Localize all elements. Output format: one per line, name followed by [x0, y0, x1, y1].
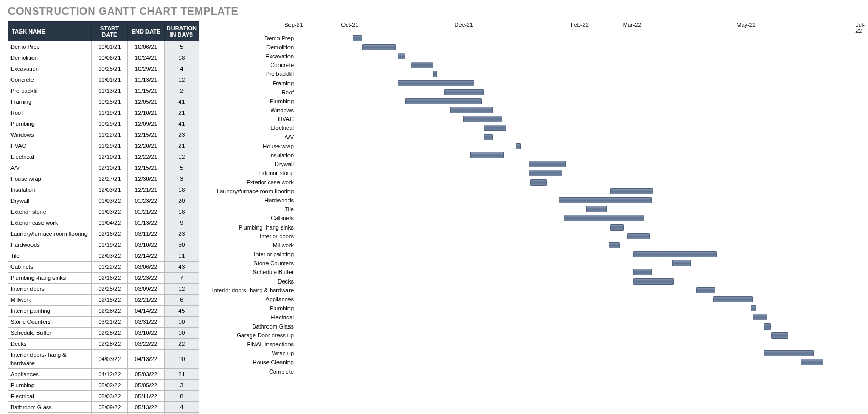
- table-row: Demo Prep10/01/2110/06/215: [8, 41, 199, 52]
- cell-duration: 4: [164, 63, 199, 74]
- cell-start-date: 02/28/22: [91, 306, 128, 317]
- gantt-row: Appliances: [210, 295, 863, 303]
- gantt-row-label: Roof: [210, 89, 297, 95]
- gantt-row-label: Concrete: [210, 62, 297, 68]
- cell-task-name: Demolition: [8, 52, 92, 63]
- gantt-bar: [470, 152, 504, 158]
- gantt-track: [297, 115, 863, 123]
- gantt-track: [297, 233, 863, 240]
- gantt-track: [297, 341, 863, 348]
- gantt-row: Interior doors: [210, 232, 863, 241]
- cell-end-date: 02/14/22: [128, 250, 165, 262]
- cell-start-date: 11/13/21: [91, 85, 128, 96]
- cell-start-date: 02/28/22: [91, 328, 128, 339]
- gantt-track: [297, 124, 863, 132]
- gantt-row: Excavation: [210, 51, 863, 60]
- cell-duration: 8: [164, 391, 199, 402]
- cell-end-date: 03/09/22: [128, 284, 165, 295]
- cell-start-date: 10/29/21: [91, 118, 128, 129]
- gantt-row: Concrete: [210, 61, 863, 70]
- axis-tick: Dec-21: [455, 21, 473, 28]
- gantt-row-label: Schedule Buffer: [210, 269, 297, 275]
- cell-duration: 3: [164, 173, 199, 184]
- gantt-bar: [559, 197, 652, 203]
- gantt-row: Interior doors- hang & hardware: [210, 286, 863, 295]
- cell-start-date: 04/12/22: [91, 369, 128, 380]
- gantt-row: Hardwoods: [210, 195, 863, 204]
- gantt-row-label: Decks: [210, 278, 297, 285]
- table-row: Plumbing05/02/2205/05/223: [8, 380, 199, 391]
- axis-tick: Sep-21: [284, 21, 303, 28]
- cell-start-date: 02/28/22: [91, 339, 128, 350]
- cell-end-date: 05/11/22: [128, 391, 165, 402]
- gantt-row: Insulation: [210, 150, 863, 159]
- cell-start-date: 01/03/22: [91, 206, 128, 217]
- cell-end-date: 04/14/22: [128, 306, 165, 317]
- gantt-track: [297, 80, 863, 87]
- cell-start-date: 01/22/22: [91, 262, 128, 273]
- cell-start-date: 05/03/22: [91, 391, 128, 402]
- cell-duration: 3: [164, 380, 199, 391]
- cell-duration: 5: [164, 41, 199, 52]
- gantt-row: Garage Door dress up: [210, 331, 863, 340]
- cell-duration: 21: [164, 369, 199, 380]
- cell-end-date: 10/06/21: [128, 41, 165, 52]
- cell-task-name: Roof: [8, 107, 92, 118]
- gantt-row-label: House Cleaning: [210, 359, 297, 365]
- gantt-row: Plumbing: [210, 304, 863, 313]
- cell-task-name: Bathroom Glass: [8, 402, 92, 413]
- cell-duration: 20: [164, 195, 199, 206]
- gantt-bar: [530, 179, 547, 186]
- table-row: Excavation10/25/2110/29/214: [8, 63, 199, 74]
- cell-duration: 10: [164, 350, 199, 369]
- gantt-row-label: Appliances: [210, 296, 297, 302]
- gantt-row: Decks: [210, 277, 863, 286]
- gantt-row: Wrap up: [210, 349, 863, 358]
- cell-start-date: 02/16/22: [91, 228, 128, 239]
- cell-duration: 10: [164, 317, 199, 328]
- gantt-row: Interior painting: [210, 250, 863, 259]
- table-row: Roof11/19/2112/10/2121: [8, 107, 199, 118]
- cell-task-name: Interior doors: [8, 284, 92, 295]
- gantt-row-label: Drywall: [210, 161, 297, 167]
- gantt-track: [297, 143, 863, 150]
- table-row: Schedule Buffer02/28/2203/10/2210: [8, 328, 199, 339]
- cell-end-date: 11/13/21: [128, 74, 165, 85]
- gantt-track: [297, 368, 863, 375]
- gantt-row-label: Insulation: [210, 152, 297, 158]
- gantt-row: Drywall: [210, 160, 863, 169]
- cell-task-name: Decks: [8, 339, 92, 350]
- gantt-bar: [398, 53, 405, 59]
- gantt-row-label: Millwork: [210, 242, 297, 248]
- gantt-track: [297, 70, 863, 78]
- cell-end-date: 05/03/22: [128, 369, 165, 380]
- gantt-bar: [771, 332, 788, 339]
- gantt-chart: Sep-21Oct-21Dec-21Feb-22Mar-22May-22Jul-…: [210, 21, 863, 376]
- cell-duration: 11: [164, 250, 199, 262]
- gantt-row-label: Interior doors: [210, 233, 297, 239]
- table-row: Drywall01/03/2201/23/2220: [8, 195, 199, 206]
- gantt-track: [297, 313, 863, 321]
- cell-duration: 18: [164, 184, 199, 195]
- cell-duration: 18: [164, 52, 199, 63]
- table-row: Electrical05/03/2205/11/228: [8, 391, 199, 402]
- table-row: HVAC11/29/2112/20/2121: [8, 140, 199, 151]
- gantt-row: Electrical: [210, 124, 863, 133]
- gantt-row-label: Complete: [210, 368, 297, 375]
- axis-tick: Oct-21: [341, 21, 358, 28]
- cell-task-name: Plumbing: [8, 380, 92, 391]
- gantt-row-label: Hardwoods: [210, 197, 297, 203]
- cell-end-date: 10/24/21: [128, 52, 165, 63]
- gantt-bar: [609, 242, 620, 248]
- cell-start-date: 02/25/22: [91, 284, 128, 295]
- gantt-bar: [633, 269, 652, 275]
- gantt-track: [297, 151, 863, 159]
- table-row: House wrap12/27/2112/30/213: [8, 173, 199, 184]
- cell-start-date: 12/27/21: [91, 173, 128, 184]
- cell-duration: 2: [164, 85, 199, 96]
- cell-task-name: Millwork: [8, 295, 92, 306]
- cell-end-date: 03/11/22: [128, 228, 165, 239]
- gantt-bar: [411, 62, 433, 68]
- cell-duration: 6: [164, 295, 199, 306]
- gantt-row-label: Laundry/furnace room flooring: [210, 188, 297, 194]
